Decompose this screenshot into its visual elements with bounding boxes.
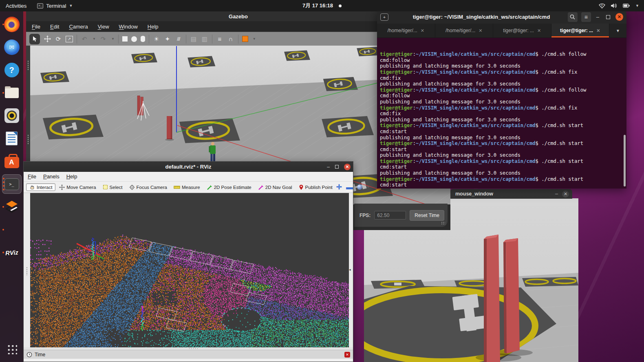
close-button[interactable]: ✕ bbox=[615, 13, 623, 21]
rviz-menu-file[interactable]: File bbox=[28, 173, 36, 180]
tool-select[interactable]: Select bbox=[100, 184, 126, 191]
rviz-displays-panel-handle[interactable] bbox=[24, 193, 30, 347]
system-tray[interactable]: ? ▼ bbox=[599, 3, 644, 9]
directional-light-icon[interactable]: /// bbox=[175, 37, 182, 42]
minimize-button[interactable]: – bbox=[551, 191, 562, 197]
terminal-tab-3[interactable]: tiger@tiger: ...✕ bbox=[493, 24, 551, 37]
dock-item-thunderbird[interactable]: ✉ bbox=[2, 37, 22, 57]
close-tab-icon[interactable]: ✕ bbox=[421, 28, 424, 33]
add-tool-button[interactable]: ✛ bbox=[336, 183, 342, 191]
gazebo-menu-edit[interactable]: Edit bbox=[50, 24, 59, 30]
chevron-down-icon: ▼ bbox=[69, 4, 73, 8]
select-mode-button[interactable] bbox=[29, 34, 40, 44]
dock-item-files[interactable] bbox=[2, 83, 22, 103]
mouse-window-titlebar[interactable]: mouse_window – ✕ bbox=[450, 189, 572, 199]
time-panel-header[interactable]: Time ✕ bbox=[24, 350, 353, 359]
terminal-tab-2[interactable]: /home/tiger/...✕ bbox=[435, 24, 494, 37]
tool-focus-camera[interactable]: Focus Camera bbox=[126, 184, 170, 191]
redo-icon[interactable]: ↷ bbox=[99, 36, 107, 42]
terminal-line: publishing and latching message for 3.0 … bbox=[380, 170, 626, 176]
remove-tool-button[interactable]: ▬ bbox=[346, 183, 353, 191]
clock-button[interactable]: 7月 17 16:18 bbox=[302, 2, 342, 9]
translate-mode-button[interactable] bbox=[44, 35, 51, 42]
rviz-titlebar[interactable]: default.rviz* - RViz – ✕ bbox=[24, 162, 353, 172]
insert-cylinder-icon[interactable] bbox=[141, 36, 145, 42]
dock-item-ubuntu-software[interactable]: A bbox=[2, 151, 22, 171]
reset-time-button[interactable]: Reset Time bbox=[410, 210, 444, 221]
app-menu[interactable]: >_ Terminal ▼ bbox=[37, 3, 73, 9]
terminal-tab-4[interactable]: tiger@tiger: ...✕ bbox=[551, 24, 610, 37]
new-tab-button[interactable]: + bbox=[380, 13, 388, 21]
dock-item-show-applications[interactable] bbox=[2, 339, 22, 359]
fps-label: FPS: bbox=[359, 213, 371, 218]
minimize-button[interactable]: – bbox=[327, 164, 330, 170]
tool-measure[interactable]: Measure bbox=[171, 184, 203, 191]
rviz-menu-help[interactable]: Help bbox=[66, 173, 77, 180]
insert-sphere-icon[interactable] bbox=[131, 36, 137, 42]
rotate-mode-icon[interactable]: ⟳ bbox=[55, 36, 62, 42]
gazebo-menu-camera[interactable]: Camera bbox=[69, 24, 88, 30]
rviz-views-panel-handle[interactable]: ◂ bbox=[349, 193, 353, 347]
scale-mode-button[interactable]: ↗ bbox=[66, 36, 73, 42]
close-button[interactable]: ✕ bbox=[562, 191, 569, 197]
gazebo-menu-file[interactable]: File bbox=[32, 24, 40, 30]
terminal-line: tiger@tiger:~/VISIM_single/catkin_ws/src… bbox=[380, 105, 626, 111]
dock-item-terminal[interactable]: >_ bbox=[2, 174, 22, 194]
rviz-3d-viewport[interactable] bbox=[30, 193, 349, 347]
tool-publish-point[interactable]: Publish Point bbox=[296, 184, 335, 191]
maximize-button[interactable] bbox=[335, 165, 339, 169]
tool-interact[interactable]: Interact bbox=[26, 183, 55, 191]
insert-box-icon[interactable] bbox=[122, 36, 128, 42]
terminal-headerbar[interactable]: + tiger@tiger: ~/VISIM_single/catkin_ws/… bbox=[377, 10, 626, 24]
fps-value-field[interactable]: 62.50 bbox=[374, 211, 406, 219]
terminal-content[interactable]: tiger@tiger:~/VISIM_single/catkin_ws/src… bbox=[377, 38, 626, 189]
clock-icon bbox=[26, 352, 32, 358]
gazebo-menu-help[interactable]: Help bbox=[148, 24, 159, 30]
terminal-tab-bar: /home/tiger/...✕/home/tiger/...✕tiger@ti… bbox=[377, 24, 626, 38]
tab-list-dropdown[interactable]: ▼ bbox=[609, 24, 626, 37]
dock-item-help[interactable]: ? bbox=[2, 60, 22, 80]
scrollbar-thumb[interactable] bbox=[624, 135, 626, 186]
chevron-down-icon[interactable]: ▼ bbox=[366, 185, 370, 189]
gazebo-menu-view[interactable]: View bbox=[98, 24, 109, 30]
close-tab-icon[interactable]: ✕ bbox=[537, 28, 541, 33]
maximize-button[interactable] bbox=[606, 15, 610, 19]
dock-item-rhythmbox[interactable] bbox=[2, 106, 22, 125]
point-light-icon[interactable]: ☀ bbox=[153, 36, 160, 42]
tool-2d-pose-estimate[interactable]: 2D Pose Estimate bbox=[204, 184, 254, 191]
undo-dropdown-icon[interactable]: ▼ bbox=[93, 37, 96, 41]
align-icon[interactable]: ≡ bbox=[216, 36, 223, 42]
search-button[interactable] bbox=[568, 12, 578, 22]
copy-icon[interactable]: ▤ bbox=[190, 36, 197, 42]
view-angle-icon[interactable] bbox=[242, 36, 248, 42]
minimize-button[interactable]: – bbox=[595, 14, 601, 20]
resize-grip-icon[interactable] bbox=[441, 222, 445, 225]
undo-icon[interactable]: ↶ bbox=[81, 36, 88, 42]
tool-properties-icon[interactable] bbox=[357, 184, 362, 190]
terminal-line: publishing and latching message for 3.0 … bbox=[380, 63, 626, 69]
gazebo-menu-window[interactable]: Window bbox=[119, 24, 138, 30]
dock-item-libreoffice-writer[interactable] bbox=[2, 129, 22, 148]
snap-magnet-icon[interactable]: ∩ bbox=[227, 36, 234, 42]
dock-item-gazebo[interactable] bbox=[2, 197, 22, 217]
dock-item-hidden-app[interactable] bbox=[2, 220, 22, 239]
terminal-tab-1[interactable]: /home/tiger/...✕ bbox=[377, 24, 435, 37]
close-tab-icon[interactable]: ✕ bbox=[479, 28, 482, 33]
redo-dropdown-icon[interactable]: ▼ bbox=[111, 37, 115, 41]
activities-button[interactable]: Activities bbox=[6, 3, 26, 9]
tool-2d-nav-goal[interactable]: 2D Nav Goal bbox=[255, 184, 295, 191]
dock-item-firefox[interactable] bbox=[2, 15, 22, 34]
tool-move-camera[interactable]: Move Camera bbox=[56, 184, 99, 191]
rviz-window: default.rviz* - RViz – ✕ FilePanelsHelp … bbox=[23, 161, 353, 362]
paste-icon[interactable]: ▥ bbox=[201, 36, 208, 42]
spot-light-icon[interactable]: ✦ bbox=[164, 36, 171, 42]
menu-button[interactable]: ≡ bbox=[581, 12, 591, 22]
dock-item-rviz[interactable]: RViz bbox=[2, 243, 22, 262]
close-button[interactable]: ✕ bbox=[344, 164, 351, 170]
red-pillar-left bbox=[484, 235, 500, 362]
rviz-menu-panels[interactable]: Panels bbox=[43, 173, 60, 180]
close-panel-button[interactable]: ✕ bbox=[344, 352, 350, 358]
view-angle-dropdown-icon[interactable]: ▼ bbox=[253, 37, 256, 41]
terminal-line: publishing and latching message for 3.0 … bbox=[380, 152, 626, 158]
close-tab-icon[interactable]: ✕ bbox=[596, 28, 600, 33]
